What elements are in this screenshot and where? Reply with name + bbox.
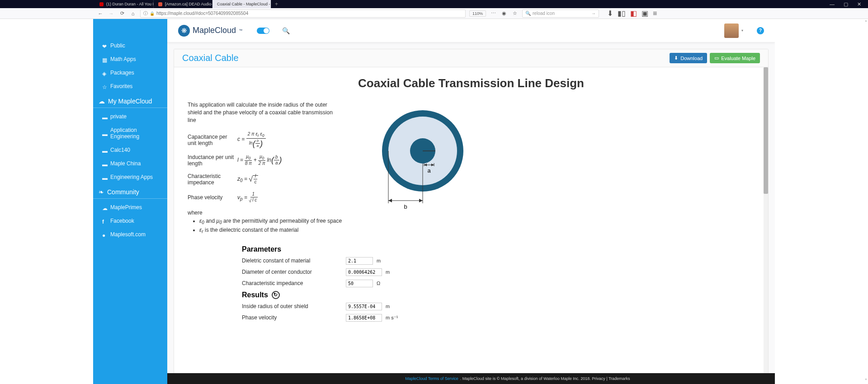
svg-marker-6 xyxy=(419,199,423,202)
app-topbar: MapleCloud™ 🔍 ▾ ? xyxy=(167,19,775,42)
param-input-diameter[interactable] xyxy=(346,268,382,276)
button-label: Evaluate Maple xyxy=(721,56,755,61)
document-viewport[interactable]: Coaxial Cable Transmission Line Design T… xyxy=(174,67,768,384)
formula-label: Capacitance per unit length xyxy=(188,134,237,146)
refresh-icon[interactable]: ↻ xyxy=(272,291,280,299)
url-bar[interactable]: ⓘ 🔒 https://maple.cloud/#doc=50764099920… xyxy=(140,9,466,18)
diagram-label-b: b xyxy=(404,203,407,210)
logo-text: MapleCloud xyxy=(193,26,236,35)
folder-icon: ▬ xyxy=(102,148,107,153)
sidebar-item-label: Application Engineering xyxy=(110,127,161,140)
facebook-icon: f xyxy=(102,219,107,224)
heart-icon: ❤ xyxy=(102,43,107,48)
scroll-down-icon[interactable]: ˅ xyxy=(865,378,867,383)
result-output-radius xyxy=(346,303,382,310)
formula-math: l = μ08 π + μ02 π ln(ba) xyxy=(237,155,282,166)
window-close-icon[interactable]: ✕ xyxy=(857,1,861,7)
info-icon[interactable]: ⓘ xyxy=(143,10,148,17)
search-go-icon[interactable]: → xyxy=(591,11,596,16)
result-label: Phase velocity xyxy=(242,314,346,321)
param-unit: Ω xyxy=(377,281,380,286)
nav-back-icon[interactable]: ← xyxy=(97,10,104,17)
section-label: Community xyxy=(107,188,139,196)
button-label: Download xyxy=(680,56,703,61)
document-scrollbar[interactable] xyxy=(764,67,768,384)
param-label: Dieletric constant of material xyxy=(242,258,346,264)
cloud-icon: ☁ xyxy=(99,98,105,105)
sidebar-item-label: MaplePrimes xyxy=(110,204,142,211)
browser-search-bar[interactable]: 🔍 reload icon → xyxy=(522,9,599,18)
nav-forward-icon[interactable]: → xyxy=(108,10,115,17)
svg-marker-5 xyxy=(388,199,392,202)
sidebar-item-calc140[interactable]: ▬ Calc140 xyxy=(93,143,167,157)
search-icon[interactable]: 🔍 xyxy=(282,27,290,34)
help-icon[interactable]: ? xyxy=(757,27,764,34)
result-unit: m xyxy=(386,304,390,309)
toggle-switch[interactable] xyxy=(257,28,269,34)
sidebar-item-label: Maplesoft.com xyxy=(110,231,146,238)
downloads-icon[interactable]: ⬇ xyxy=(607,9,613,18)
param-row-impedance: Characteristic impedance Ω xyxy=(242,280,459,287)
coax-diagram: a b xyxy=(377,106,468,214)
formula-inductance: Inductance per unit length l = μ08 π + μ… xyxy=(188,154,359,167)
formula-label: Inductance per unit length xyxy=(188,154,237,167)
hamburger-menu-icon[interactable]: ≡ xyxy=(653,9,657,18)
sidebar-item-math-apps[interactable]: ▦ Math Apps xyxy=(93,52,167,66)
scroll-up-icon[interactable]: ˄ xyxy=(865,20,867,25)
search-placeholder: reload icon xyxy=(533,11,555,16)
sidebar-item-public[interactable]: ❤ Public xyxy=(93,39,167,52)
download-button[interactable]: ⬇ Download xyxy=(670,53,707,63)
left-gutter xyxy=(0,19,93,384)
bookmark-icon[interactable]: ☆ xyxy=(511,10,519,17)
sidebar-toggle-icon[interactable]: ▣ xyxy=(642,9,648,18)
sidebar-item-app-eng[interactable]: ▬ Application Engineering xyxy=(93,123,167,143)
library-icon[interactable]: ▮▯ xyxy=(618,9,626,18)
right-gutter: ˄ ˅ xyxy=(775,19,868,384)
leaf-icon: ❧ xyxy=(99,188,104,196)
sidebar-item-packages[interactable]: ◈ Packages xyxy=(93,66,167,80)
nav-home-icon[interactable]: ⌂ xyxy=(129,10,137,17)
window-maximize-icon[interactable]: ▢ xyxy=(844,1,848,7)
zoom-indicator[interactable]: 110% xyxy=(469,10,486,17)
sidebar-section-my: ☁ My MapleCloud xyxy=(93,93,167,108)
where-label: where xyxy=(188,210,203,216)
reader-icon[interactable]: ◉ xyxy=(500,10,508,17)
sidebar-item-favorites[interactable]: ☆ Favorites xyxy=(93,80,167,93)
avatar-dropdown-icon[interactable]: ▾ xyxy=(741,28,743,33)
sidebar-item-eng-apps[interactable]: ▬ Engineering Apps xyxy=(93,170,167,184)
extension-icon[interactable]: ◧ xyxy=(630,9,637,18)
browser-tab[interactable]: [Amazon.ca] DEAD Audio-Tec… × xyxy=(154,0,212,8)
browser-tab[interactable]: (1) Duran Duran - All You N… 🔊 × xyxy=(95,0,154,8)
sidebar-section-community: ❧ Community xyxy=(93,184,167,199)
scrollbar-thumb[interactable] xyxy=(764,67,768,194)
globe-icon: ● xyxy=(102,232,107,237)
lock-icon: 🔒 xyxy=(150,11,155,16)
param-input-dielectric[interactable] xyxy=(346,257,373,265)
param-input-impedance[interactable] xyxy=(346,280,373,287)
folder-icon: ▬ xyxy=(102,114,107,119)
sidebar-item-maple-china[interactable]: ▬ Maple China xyxy=(93,157,167,170)
sidebar-item-label: Favorites xyxy=(110,83,132,89)
window-minimize-icon[interactable]: — xyxy=(830,1,835,7)
browser-tab-active[interactable]: Coaxial Cable - MapleCloud - Map… × xyxy=(212,0,271,8)
sidebar-item-mapleprimes[interactable]: ☁ MaplePrimes xyxy=(93,201,167,214)
evaluate-button[interactable]: ▭ Evaluate Maple xyxy=(710,53,760,63)
diagram-area: a b xyxy=(373,101,472,236)
new-tab-button[interactable]: + xyxy=(271,0,282,8)
sidebar-item-private[interactable]: ▬ private xyxy=(93,110,167,123)
app-logo[interactable]: MapleCloud™ xyxy=(178,25,242,37)
section-label: My MapleCloud xyxy=(108,98,152,105)
footer-tos-link[interactable]: MapleCloud Terms of Service xyxy=(405,376,458,381)
sidebar-item-maplesoft[interactable]: ● Maplesoft.com xyxy=(93,228,167,241)
result-label: Inside radius of outer shield xyxy=(242,303,346,309)
content-panel: Coaxial Cable ⬇ Download ▭ Evaluate Mapl… xyxy=(174,49,769,384)
user-avatar[interactable] xyxy=(724,23,739,38)
nav-reload-icon[interactable]: ⟳ xyxy=(118,10,126,17)
param-unit: m xyxy=(386,269,390,275)
more-icon[interactable]: ⋯ xyxy=(490,10,497,17)
result-unit: m s⁻¹ xyxy=(386,315,398,321)
package-icon: ◈ xyxy=(102,70,107,75)
sidebar-item-facebook[interactable]: f Facebook xyxy=(93,214,167,228)
param-row-dielectric: Dieletric constant of material m xyxy=(242,257,459,265)
sidebar-item-label: Math Apps xyxy=(110,56,136,62)
